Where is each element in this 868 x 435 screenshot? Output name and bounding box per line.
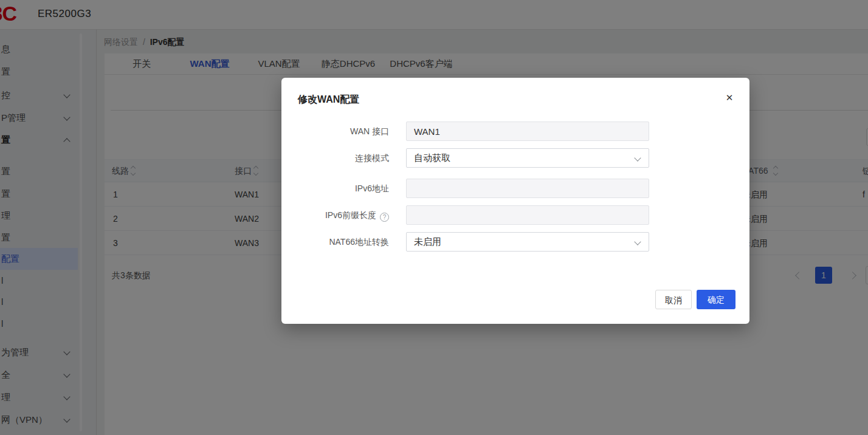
cancel-button[interactable]: 取消 xyxy=(655,290,692,309)
ipv6-prefix-input[interactable] xyxy=(406,205,649,225)
conn-mode-select[interactable]: 自动获取 xyxy=(406,148,649,168)
nat66-select[interactable]: 未启用 xyxy=(406,232,649,252)
ipv6-addr-input[interactable] xyxy=(406,179,649,198)
edit-wan-modal: 修改WAN配置 ✕ WAN 接口 连接模式 自动获取 IPv6地址 IPv6前缀… xyxy=(281,78,749,324)
conn-mode-value: 自动获取 xyxy=(414,152,450,163)
chevron-down-icon xyxy=(634,154,641,161)
help-icon[interactable]: ? xyxy=(380,213,389,222)
modal-title: 修改WAN配置 xyxy=(298,94,359,106)
field-label-ipv6-prefix: IPv6前缀长度? xyxy=(281,205,389,225)
field-label-nat66: NAT66地址转换 xyxy=(281,232,389,252)
field-label-ipv6-addr: IPv6地址 xyxy=(281,179,389,198)
chevron-down-icon xyxy=(634,238,641,245)
app-root: H3C ER5200G3 息 置 控 P管理 置 置 置 理 置 配置 l l … xyxy=(0,0,868,435)
field-label-wan-iface: WAN 接口 xyxy=(281,122,389,141)
close-icon[interactable]: ✕ xyxy=(723,91,736,104)
wan-iface-input[interactable] xyxy=(406,122,649,141)
field-label-conn-mode: 连接模式 xyxy=(281,148,389,168)
nat66-value: 未启用 xyxy=(414,236,441,247)
ok-button[interactable]: 确定 xyxy=(697,290,735,309)
